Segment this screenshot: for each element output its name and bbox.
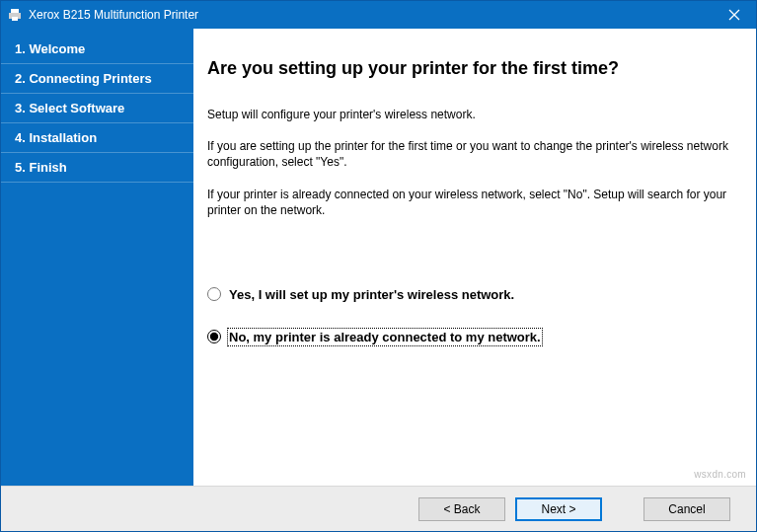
step-finish[interactable]: 5. Finish: [1, 153, 193, 183]
radio-no[interactable]: [207, 330, 221, 343]
option-no[interactable]: No, my printer is already connected to m…: [207, 330, 728, 344]
radio-yes[interactable]: [207, 287, 221, 301]
intro-text-1: Setup will configure your printer's wire…: [207, 107, 728, 122]
footer: < Back Next > Cancel: [1, 486, 756, 531]
option-yes[interactable]: Yes, I will set up my printer's wireless…: [207, 287, 728, 302]
intro-text-2: If you are setting up the printer for th…: [207, 138, 728, 170]
back-button[interactable]: < Back: [418, 497, 505, 521]
svg-rect-2: [12, 17, 18, 21]
option-yes-label: Yes, I will set up my printer's wireless…: [229, 287, 514, 302]
close-button[interactable]: [713, 1, 756, 29]
content-pane: Are you setting up your printer for the …: [193, 29, 756, 486]
page-heading: Are you setting up your printer for the …: [207, 58, 728, 79]
watermark: wsxdn.com: [694, 469, 746, 480]
intro-text-3: If your printer is already connected on …: [207, 187, 728, 218]
window-title: Xerox B215 Multifunction Printer: [29, 8, 713, 22]
window-body: 1. Welcome 2. Connecting Printers 3. Sel…: [1, 29, 756, 486]
step-connecting-printers[interactable]: 2. Connecting Printers: [1, 64, 193, 94]
step-select-software[interactable]: 3. Select Software: [1, 94, 193, 123]
option-no-label: No, my printer is already connected to m…: [229, 330, 541, 344]
cancel-button[interactable]: Cancel: [643, 497, 730, 521]
sidebar: 1. Welcome 2. Connecting Printers 3. Sel…: [1, 29, 193, 486]
next-button[interactable]: Next >: [515, 497, 602, 521]
step-installation[interactable]: 4. Installation: [1, 123, 193, 153]
radio-group: Yes, I will set up my printer's wireless…: [207, 287, 728, 344]
step-welcome[interactable]: 1. Welcome: [1, 35, 193, 64]
close-icon: [728, 9, 740, 21]
printer-icon: [7, 7, 23, 23]
installer-window: Xerox B215 Multifunction Printer 1. Welc…: [0, 0, 757, 532]
svg-rect-0: [11, 9, 19, 13]
titlebar: Xerox B215 Multifunction Printer: [1, 1, 756, 29]
